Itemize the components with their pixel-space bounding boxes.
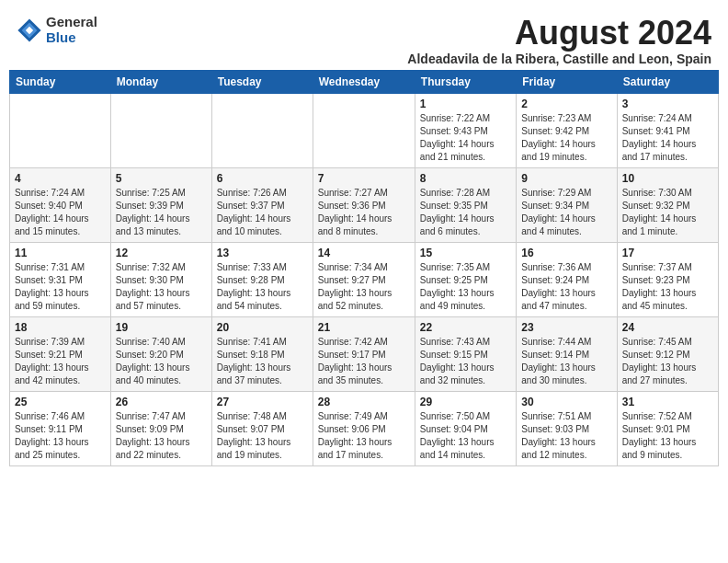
day-number: 8 [420,172,511,185]
table-row: 11Sunrise: 7:31 AM Sunset: 9:31 PM Dayli… [10,242,111,316]
col-saturday: Saturday [617,70,718,93]
day-info: Sunrise: 7:43 AM Sunset: 9:15 PM Dayligh… [420,336,511,387]
day-number: 24 [622,321,713,334]
table-row: 16Sunrise: 7:36 AM Sunset: 9:24 PM Dayli… [517,242,617,316]
day-number: 14 [318,247,410,259]
day-number: 21 [318,321,410,334]
day-info: Sunrise: 7:28 AM Sunset: 9:35 PM Dayligh… [420,187,511,238]
day-number: 1 [420,98,511,110]
day-info: Sunrise: 7:39 AM Sunset: 9:21 PM Dayligh… [15,336,106,387]
calendar-week-row: 4Sunrise: 7:24 AM Sunset: 9:40 PM Daylig… [10,167,719,242]
day-info: Sunrise: 7:40 AM Sunset: 9:20 PM Dayligh… [116,336,207,387]
day-number: 31 [622,396,713,408]
day-info: Sunrise: 7:46 AM Sunset: 9:11 PM Dayligh… [15,410,106,462]
table-row [10,93,111,167]
day-number: 10 [622,172,713,185]
day-info: Sunrise: 7:33 AM Sunset: 9:28 PM Dayligh… [217,261,308,313]
day-number: 23 [521,321,611,334]
table-row: 17Sunrise: 7:37 AM Sunset: 9:23 PM Dayli… [617,242,718,316]
table-row: 8Sunrise: 7:28 AM Sunset: 9:35 PM Daylig… [415,167,516,242]
day-number: 9 [521,172,611,185]
day-info: Sunrise: 7:37 AM Sunset: 9:23 PM Dayligh… [622,261,713,313]
day-number: 17 [622,247,713,259]
day-info: Sunrise: 7:45 AM Sunset: 9:12 PM Dayligh… [622,336,713,387]
day-info: Sunrise: 7:29 AM Sunset: 9:34 PM Dayligh… [521,187,611,238]
day-number: 25 [15,396,106,408]
table-row: 31Sunrise: 7:52 AM Sunset: 9:01 PM Dayli… [617,391,718,465]
logo-text: General Blue [46,15,97,45]
table-row: 25Sunrise: 7:46 AM Sunset: 9:11 PM Dayli… [10,391,111,465]
table-row: 7Sunrise: 7:27 AM Sunset: 9:36 PM Daylig… [313,167,415,242]
day-number: 4 [15,172,106,185]
title-section: August 2024 Aldeadavila de la Ribera, Ca… [407,15,711,66]
table-row: 1Sunrise: 7:22 AM Sunset: 9:43 PM Daylig… [415,93,516,167]
table-row [211,93,313,167]
day-number: 29 [420,396,511,408]
table-row: 27Sunrise: 7:48 AM Sunset: 9:07 PM Dayli… [211,391,313,465]
day-number: 3 [622,98,713,110]
table-row: 15Sunrise: 7:35 AM Sunset: 9:25 PM Dayli… [415,242,516,316]
table-row: 30Sunrise: 7:51 AM Sunset: 9:03 PM Dayli… [517,391,617,465]
table-row: 12Sunrise: 7:32 AM Sunset: 9:30 PM Dayli… [110,242,211,316]
day-info: Sunrise: 7:24 AM Sunset: 9:40 PM Dayligh… [15,187,106,238]
day-info: Sunrise: 7:51 AM Sunset: 9:03 PM Dayligh… [521,410,611,462]
day-info: Sunrise: 7:31 AM Sunset: 9:31 PM Dayligh… [15,261,106,313]
day-number: 30 [521,396,611,408]
day-info: Sunrise: 7:32 AM Sunset: 9:30 PM Dayligh… [116,261,207,313]
table-row: 4Sunrise: 7:24 AM Sunset: 9:40 PM Daylig… [10,167,111,242]
table-row: 9Sunrise: 7:29 AM Sunset: 9:34 PM Daylig… [517,167,617,242]
table-row: 18Sunrise: 7:39 AM Sunset: 9:21 PM Dayli… [10,316,111,391]
col-friday: Friday [517,70,617,93]
calendar-week-row: 11Sunrise: 7:31 AM Sunset: 9:31 PM Dayli… [10,242,719,316]
table-row: 14Sunrise: 7:34 AM Sunset: 9:27 PM Dayli… [313,242,415,316]
table-row: 23Sunrise: 7:44 AM Sunset: 9:14 PM Dayli… [517,316,617,391]
day-number: 7 [318,172,410,185]
table-row: 6Sunrise: 7:26 AM Sunset: 9:37 PM Daylig… [211,167,313,242]
table-row: 20Sunrise: 7:41 AM Sunset: 9:18 PM Dayli… [211,316,313,391]
day-info: Sunrise: 7:24 AM Sunset: 9:41 PM Dayligh… [622,112,713,164]
day-info: Sunrise: 7:25 AM Sunset: 9:39 PM Dayligh… [116,187,207,238]
logo: General Blue [17,15,97,45]
day-info: Sunrise: 7:48 AM Sunset: 9:07 PM Dayligh… [217,410,308,462]
table-row: 3Sunrise: 7:24 AM Sunset: 9:41 PM Daylig… [617,93,718,167]
day-info: Sunrise: 7:27 AM Sunset: 9:36 PM Dayligh… [318,187,410,238]
day-info: Sunrise: 7:52 AM Sunset: 9:01 PM Dayligh… [622,410,713,462]
month-year-title: August 2024 [407,15,711,52]
col-wednesday: Wednesday [313,70,415,93]
calendar-week-row: 1Sunrise: 7:22 AM Sunset: 9:43 PM Daylig… [10,93,719,167]
calendar-table: Sunday Monday Tuesday Wednesday Thursday… [9,70,719,466]
day-number: 20 [217,321,308,334]
day-number: 16 [521,247,611,259]
calendar-header-row: Sunday Monday Tuesday Wednesday Thursday… [10,70,719,93]
day-info: Sunrise: 7:26 AM Sunset: 9:37 PM Dayligh… [217,187,308,238]
table-row: 26Sunrise: 7:47 AM Sunset: 9:09 PM Dayli… [110,391,211,465]
day-number: 18 [15,321,106,334]
location-subtitle: Aldeadavila de la Ribera, Castille and L… [407,52,711,66]
day-info: Sunrise: 7:42 AM Sunset: 9:17 PM Dayligh… [318,336,410,387]
day-number: 28 [318,396,410,408]
day-number: 22 [420,321,511,334]
logo-icon [17,17,42,43]
day-number: 12 [116,247,207,259]
day-info: Sunrise: 7:30 AM Sunset: 9:32 PM Dayligh… [622,187,713,238]
table-row: 22Sunrise: 7:43 AM Sunset: 9:15 PM Dayli… [415,316,516,391]
page-header: General Blue August 2024 Aldeadavila de … [9,9,719,66]
col-sunday: Sunday [10,70,111,93]
day-number: 2 [521,98,611,110]
day-info: Sunrise: 7:44 AM Sunset: 9:14 PM Dayligh… [521,336,611,387]
day-info: Sunrise: 7:34 AM Sunset: 9:27 PM Dayligh… [318,261,410,313]
day-info: Sunrise: 7:22 AM Sunset: 9:43 PM Dayligh… [420,112,511,164]
table-row: 24Sunrise: 7:45 AM Sunset: 9:12 PM Dayli… [617,316,718,391]
day-info: Sunrise: 7:49 AM Sunset: 9:06 PM Dayligh… [318,410,410,462]
day-number: 15 [420,247,511,259]
logo-general: General [46,15,97,30]
day-info: Sunrise: 7:50 AM Sunset: 9:04 PM Dayligh… [420,410,511,462]
calendar-week-row: 18Sunrise: 7:39 AM Sunset: 9:21 PM Dayli… [10,316,719,391]
col-thursday: Thursday [415,70,516,93]
day-number: 26 [116,396,207,408]
table-row: 28Sunrise: 7:49 AM Sunset: 9:06 PM Dayli… [313,391,415,465]
table-row: 19Sunrise: 7:40 AM Sunset: 9:20 PM Dayli… [110,316,211,391]
table-row: 10Sunrise: 7:30 AM Sunset: 9:32 PM Dayli… [617,167,718,242]
table-row: 2Sunrise: 7:23 AM Sunset: 9:42 PM Daylig… [517,93,617,167]
table-row [313,93,415,167]
